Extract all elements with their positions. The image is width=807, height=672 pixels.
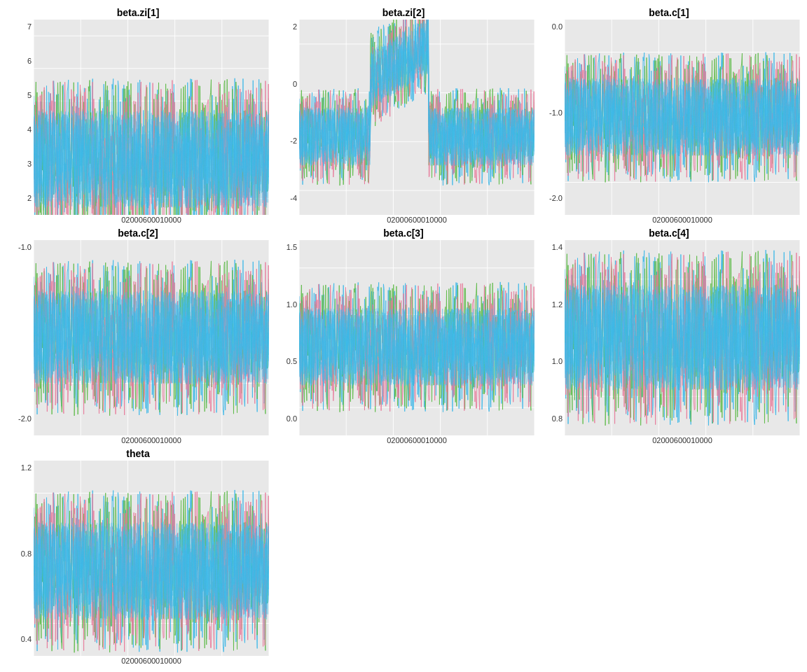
x-axis-beta_zi_2: 02000600010000: [360, 215, 447, 224]
x-tick-label: 6000: [143, 216, 160, 224]
trace-canvas-beta_c_1: [565, 20, 800, 215]
y-axis-beta_c_3: 1.51.00.50.0: [273, 240, 299, 435]
chart-cell-beta_c_4: beta.c[4]1.41.21.00.802000600010000: [538, 227, 800, 444]
chart-cell-theta: theta1.20.80.402000600010000: [7, 448, 269, 665]
chart-title-beta_c_2: beta.c[2]: [118, 227, 158, 239]
chart-area-beta_c_3: [299, 240, 534, 435]
chart-cell-beta_c_2: beta.c[2]-1.0-2.002000600010000: [7, 227, 269, 444]
chart-area-beta_zi_1: [34, 20, 269, 215]
y-axis-beta_zi_2: 20-2-4: [273, 20, 299, 215]
trace-canvas-beta_c_3: [299, 240, 534, 435]
chart-area-beta_c_2: [34, 240, 269, 435]
y-axis-beta_c_2: -1.0-2.0: [7, 240, 34, 435]
page-container: beta.zi[1]76543202000600010000beta.zi[2]…: [0, 0, 807, 672]
y-tick-label: 0.0: [552, 23, 563, 31]
y-tick-label: 0.4: [21, 636, 32, 643]
x-axis-beta_c_3: 02000600010000: [360, 435, 447, 444]
chart-area-beta_c_1: [565, 20, 800, 215]
chart-area-beta_zi_2: [299, 20, 534, 215]
x-tick-label: 6000: [143, 657, 160, 665]
y-tick-label: 0.8: [552, 415, 563, 423]
chart-title-beta_c_3: beta.c[3]: [383, 227, 424, 239]
x-tick-label: 10000: [691, 216, 712, 224]
chart-title-beta_c_4: beta.c[4]: [649, 227, 689, 239]
y-tick-label: 6: [27, 57, 32, 65]
x-tick-label: 2000: [656, 216, 673, 224]
y-tick-label: -1.0: [18, 244, 32, 251]
y-tick-label: 1.4: [552, 244, 563, 251]
y-tick-label: 1.0: [287, 301, 297, 309]
x-tick-label: 2000: [391, 437, 408, 444]
y-tick-label: 0: [293, 80, 297, 88]
chart-title-beta_zi_2: beta.zi[2]: [382, 7, 425, 18]
y-tick-label: 2: [293, 23, 297, 31]
x-tick-label: 6000: [408, 216, 425, 224]
x-tick-label: 6000: [143, 437, 160, 444]
chart-area-beta_c_4: [565, 240, 800, 435]
chart-title-beta_c_1: beta.c[1]: [649, 7, 689, 18]
chart-cell-beta_zi_2: beta.zi[2]20-2-402000600010000: [273, 7, 534, 224]
x-tick-label: 2000: [125, 657, 142, 665]
trace-canvas-beta_c_4: [565, 240, 800, 435]
x-tick-label: 2000: [125, 437, 142, 444]
y-tick-label: 5: [27, 92, 32, 99]
x-axis-beta_c_4: 02000600010000: [626, 435, 712, 444]
y-tick-label: 0.8: [21, 550, 32, 558]
x-tick-label: 10000: [160, 216, 181, 224]
x-tick-label: 10000: [425, 216, 447, 224]
x-tick-label: 6000: [674, 437, 691, 444]
y-tick-label: 1.5: [287, 244, 297, 251]
y-tick-label: 1.0: [552, 358, 563, 365]
y-tick-label: 1.2: [552, 301, 563, 309]
x-tick-label: 10000: [160, 437, 181, 444]
y-tick-label: 0.0: [287, 415, 297, 423]
y-axis-theta: 1.20.80.4: [7, 461, 34, 656]
y-tick-label: -1.0: [549, 109, 563, 117]
y-tick-label: -2.0: [549, 195, 563, 202]
y-tick-label: -2.0: [18, 415, 32, 423]
chart-title-theta: theta: [126, 448, 149, 459]
x-tick-label: 10000: [160, 657, 181, 665]
chart-area-theta: [34, 461, 269, 656]
y-axis-beta_zi_1: 765432: [7, 20, 34, 215]
x-tick-label: 10000: [691, 437, 712, 444]
x-tick-label: 2000: [125, 216, 142, 224]
chart-cell-beta_c_3: beta.c[3]1.51.00.50.002000600010000: [273, 227, 534, 444]
y-tick-label: -2: [290, 137, 297, 145]
x-tick-label: 6000: [408, 437, 425, 444]
trace-canvas-beta_zi_1: [34, 20, 269, 215]
x-tick-label: 10000: [425, 437, 447, 444]
x-axis-beta_c_1: 02000600010000: [626, 215, 712, 224]
y-tick-label: 1.2: [21, 464, 32, 472]
trace-canvas-beta_c_2: [34, 240, 269, 435]
y-tick-label: 2: [27, 195, 32, 202]
x-axis-theta: 02000600010000: [95, 656, 181, 665]
y-axis-beta_c_1: 0.0-1.0-2.0: [538, 20, 565, 215]
chart-cell-beta_c_1: beta.c[1]0.0-1.0-2.002000600010000: [538, 7, 800, 224]
y-tick-label: -4: [290, 195, 297, 202]
y-tick-label: 7: [27, 23, 32, 31]
y-tick-label: 4: [27, 126, 32, 134]
x-tick-label: 2000: [656, 437, 673, 444]
y-tick-label: 3: [27, 160, 32, 168]
x-axis-beta_zi_1: 02000600010000: [95, 215, 181, 224]
chart-cell-beta_zi_1: beta.zi[1]76543202000600010000: [7, 7, 269, 224]
x-axis-beta_c_2: 02000600010000: [95, 435, 181, 444]
y-tick-label: 0.5: [287, 358, 297, 365]
chart-title-beta_zi_1: beta.zi[1]: [117, 7, 160, 18]
x-tick-label: 2000: [391, 216, 408, 224]
y-axis-beta_c_4: 1.41.21.00.8: [538, 240, 565, 435]
trace-canvas-beta_zi_2: [299, 20, 534, 215]
x-tick-label: 6000: [674, 216, 691, 224]
trace-canvas-theta: [34, 461, 269, 656]
